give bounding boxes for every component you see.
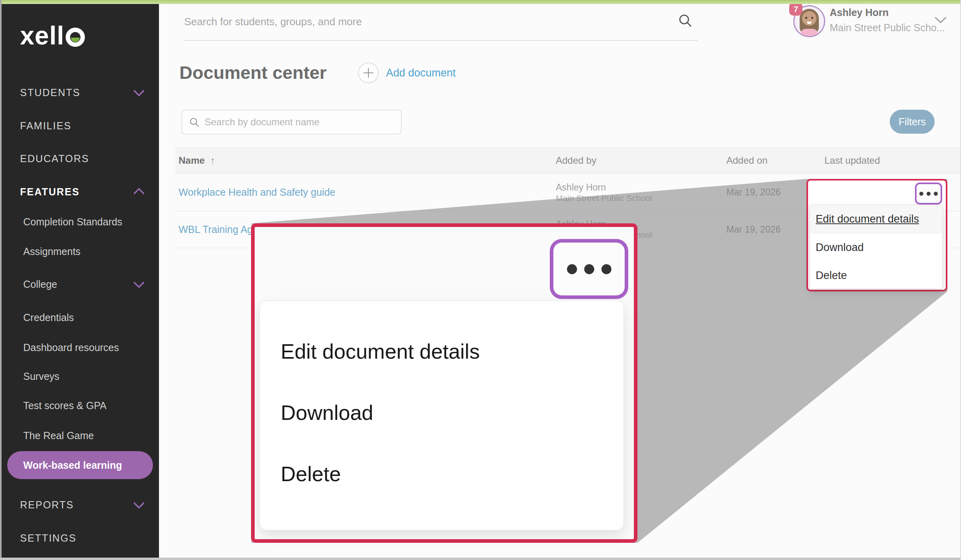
magnified-menu-item-delete: Delete [281,462,341,486]
user-menu-chevron-down-icon[interactable] [934,15,946,27]
add-document-button[interactable]: Add document [358,62,456,83]
document-search-box [181,110,402,134]
column-header-last-updated[interactable]: Last updated [824,148,880,173]
window-left-edge [0,0,2,560]
window-top-accent-bar [0,0,961,4]
annotation-highlight-box: Edit document details Download Delete [806,179,947,291]
sidebar-item-the-real-game[interactable]: The Real Game [2,424,159,448]
filters-button[interactable]: Filters [890,110,935,134]
added-by-cell: Ashley Horn Main Street Public School [556,174,652,211]
magnified-menu-item-edit-document-details: Edit document details [281,339,480,363]
sidebar: xell STUDENTS FAMILIES EDUCATORS FEATURE… [2,4,159,558]
column-header-name[interactable]: Name ↑ [179,148,215,173]
plus-icon [358,62,379,83]
search-icon[interactable] [678,13,693,30]
notification-badge: 7 [789,2,802,16]
table-header-row: Name ↑ Added by Added on Last updated [175,147,961,174]
chevron-up-icon [133,188,145,199]
sidebar-item-surveys[interactable]: Surveys [2,364,159,388]
sidebar-item-test-scores-gpa[interactable]: Test scores & GPA [2,393,159,417]
document-link[interactable]: Workplace Health and Safety guide [179,174,335,211]
menu-item-edit-document-details[interactable]: Edit document details [810,205,942,233]
chevron-down-icon [133,498,145,509]
user-school: Main Street Public Scho... [830,22,945,34]
row-actions-ellipsis-button[interactable] [915,183,942,205]
window-bottom-edge [0,558,961,560]
logo-o-icon [66,28,85,47]
search-icon [189,116,200,128]
annotation-magnified-callout: Edit document details Download Delete [251,223,637,543]
sidebar-item-educators[interactable]: EDUCATORS [2,147,159,171]
document-search-input[interactable] [204,116,401,128]
sidebar-item-college[interactable]: College [2,272,159,296]
document-link[interactable]: WBL Training Agre [179,211,262,248]
menu-item-download[interactable]: Download [810,233,942,261]
menu-item-delete[interactable]: Delete [810,261,942,289]
sidebar-item-reports[interactable]: REPORTS [2,493,159,517]
global-search-input[interactable] [183,9,665,34]
added-on-cell: Mar 19, 2026 [726,174,781,211]
page-title: Document center [179,62,327,83]
magnified-row-actions-menu: Edit document details Download Delete [259,301,624,530]
column-header-added-on[interactable]: Added on [726,148,768,173]
added-on-cell: Mar 19, 2026 [726,211,781,248]
sidebar-item-credentials[interactable]: Credentials [2,305,159,329]
sort-ascending-icon: ↑ [210,155,215,166]
user-name: Ashley Horn [830,7,889,18]
sidebar-item-students[interactable]: STUDENTS [2,80,159,104]
chevron-down-icon [133,85,145,96]
row-actions-menu: Edit document details Download Delete [810,205,943,289]
xello-logo: xell [20,21,85,50]
app-window: xell STUDENTS FAMILIES EDUCATORS FEATURE… [0,0,961,560]
sidebar-item-assignments[interactable]: Assignments [2,239,159,263]
sidebar-item-dashboard-resources[interactable]: Dashboard resources [2,335,159,359]
magnified-ellipsis-button [550,239,628,299]
avatar-shirt [801,29,818,36]
add-document-label: Add document [386,67,456,79]
global-search-underline [184,40,698,41]
sidebar-item-settings[interactable]: SETTINGS [2,526,159,550]
chevron-down-icon [133,277,145,288]
column-header-added-by[interactable]: Added by [556,148,596,173]
magnified-menu-item-download: Download [281,401,373,425]
sidebar-item-completion-standards[interactable]: Completion Standards [2,210,159,234]
sidebar-item-features[interactable]: FEATURES [2,180,159,204]
sidebar-item-work-based-learning[interactable]: Work-based learning [7,451,153,479]
sidebar-item-families[interactable]: FAMILIES [2,114,159,138]
